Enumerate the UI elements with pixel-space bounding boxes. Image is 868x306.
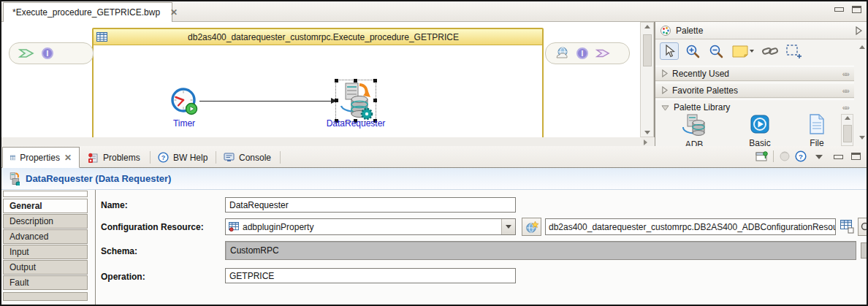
process-canvas[interactable]: db2as400_datarequester_customrpc.Execute… (1, 22, 655, 137)
scroll-up-icon[interactable] (845, 116, 850, 120)
combo-dropdown-button[interactable] (501, 219, 515, 234)
palette-section-recently-used[interactable]: Recently Used «» (655, 66, 854, 81)
divider (773, 150, 774, 162)
scrollbar-thumb[interactable] (643, 34, 652, 66)
palette-section-favorite-palettes[interactable]: Favorite Palettes «» (655, 83, 854, 98)
minimize-icon[interactable] (834, 7, 844, 12)
palette-section-palette-library[interactable]: Palette Library «» (655, 99, 854, 115)
note-tool-button[interactable] (730, 42, 756, 60)
basic-icon (750, 114, 770, 134)
tab-properties[interactable]: Properties ✕ (2, 147, 80, 168)
palette-scroll-down-icon[interactable] (859, 136, 865, 139)
help-icon: ? (158, 152, 169, 163)
scroll-up-icon[interactable] (644, 25, 650, 28)
configuration-resource-combo[interactable]: adbpluginProperty (225, 218, 516, 235)
timer-activity-icon[interactable] (169, 86, 199, 118)
schema-field: CustomRPC (225, 241, 856, 260)
name-input[interactable] (225, 197, 516, 213)
side-tab-input[interactable]: Input (3, 245, 88, 259)
tab-problems[interactable]: Problems (80, 147, 151, 168)
palette-section-label: Favorite Palettes (672, 85, 738, 96)
scroll-down-icon[interactable] (644, 131, 650, 134)
tab-bw-help[interactable]: ? BW Help (151, 147, 216, 168)
properties-header: DataRequester (Data Requester) (1, 168, 867, 190)
view-menu-icon[interactable] (815, 155, 823, 159)
name-label: Name: (101, 200, 128, 210)
palette-section-label: Recently Used (672, 69, 729, 79)
zoom-out-icon (709, 44, 723, 58)
info-icon[interactable]: I (42, 47, 53, 59)
side-tab-fault[interactable]: Fault (3, 275, 88, 290)
canvas-left-toolbar: I (9, 42, 94, 64)
side-tab-description[interactable]: Description (3, 214, 88, 229)
link-icon (762, 45, 778, 57)
process-table-icon (96, 32, 107, 42)
browse-resource-button[interactable] (858, 218, 868, 236)
maximize-icon[interactable] (852, 6, 861, 13)
selection-handle[interactable] (373, 99, 377, 102)
palette-item-basic[interactable]: Basic (734, 114, 785, 148)
chevron-down-icon (506, 225, 511, 229)
create-resource-button[interactable] (522, 218, 541, 236)
maximize-view-icon[interactable] (851, 153, 861, 160)
pin-icon[interactable]: «» (842, 86, 848, 95)
selection-handle[interactable] (373, 79, 377, 83)
pin-icon[interactable]: «» (842, 69, 848, 78)
file-icon (808, 114, 826, 134)
palette-collapse-icon[interactable] (855, 26, 862, 35)
close-icon[interactable]: ✕ (64, 153, 72, 163)
new-resource-globe-icon (525, 221, 538, 234)
process-header[interactable]: db2as400_datarequester_customrpc.Execute… (94, 29, 542, 45)
palette-toolbar (655, 39, 867, 63)
palette-items-scrollbar[interactable] (841, 114, 853, 146)
scrollbar-thumb[interactable] (843, 125, 852, 142)
activity-label[interactable]: Timer (164, 118, 205, 129)
schema-value: CustomRPC (230, 245, 279, 256)
side-tab-output[interactable]: Output (3, 260, 88, 275)
configuration-resource-path-field[interactable]: db2as400_datarequester_customrpc.DB2AS40… (545, 218, 836, 235)
schema-side-button[interactable] (861, 242, 868, 259)
pin-icon[interactable]: «» (842, 103, 848, 112)
marquee-tool-button[interactable] (784, 42, 803, 60)
operation-input[interactable] (225, 268, 516, 283)
side-tab-general[interactable]: General (3, 199, 88, 213)
console-icon (224, 153, 235, 162)
selection-handle[interactable] (354, 79, 357, 83)
selection-handle[interactable] (335, 99, 338, 102)
transition-line[interactable] (199, 101, 332, 102)
chevron-down-icon (750, 50, 754, 53)
selection-handle[interactable] (335, 79, 338, 83)
canvas-scrollbar[interactable] (640, 22, 654, 137)
editor-tab-active[interactable]: *Execute_procedure_GETPRICE.bwp ✕ (3, 2, 172, 22)
view-help-icon[interactable]: ? (795, 150, 807, 162)
disabled-tool-icon (778, 150, 791, 162)
tab-console[interactable]: Console (216, 147, 281, 168)
divider (655, 22, 655, 146)
datarequester-activity[interactable] (336, 80, 376, 121)
start-event-icon[interactable] (18, 47, 34, 59)
palette-item-adb[interactable]: ADB (669, 114, 720, 150)
link-tool-button[interactable] (761, 42, 780, 60)
info-icon[interactable]: I (576, 47, 588, 59)
canvas-hscroll-right-icon[interactable] (644, 139, 647, 145)
side-tab-advanced[interactable]: Advanced (3, 229, 88, 244)
palette-section-label: Palette Library (674, 102, 730, 112)
bw-studio-window: *Execute_procedure_GETPRICE.bwp ✕ db2as4… (0, 0, 868, 306)
web-service-icon[interactable] (555, 47, 569, 60)
palette-scroll-up-icon[interactable] (859, 45, 865, 49)
end-event-icon[interactable] (595, 47, 610, 59)
palette-item-file[interactable]: File (791, 114, 842, 148)
minimize-view-icon[interactable] (834, 155, 843, 159)
datarequester-small-icon (7, 172, 20, 185)
tab-label: BW Help (173, 153, 208, 163)
zoom-in-button[interactable] (683, 42, 702, 60)
palette-header[interactable]: Palette (655, 22, 867, 39)
zoom-out-button[interactable] (707, 42, 726, 60)
divider (95, 190, 96, 305)
pin-view-icon[interactable] (755, 150, 769, 162)
select-tool-button[interactable] (660, 42, 679, 60)
pick-resource-icon[interactable] (840, 220, 855, 234)
close-icon[interactable]: ✕ (170, 7, 178, 18)
canvas-bottom-strip (1, 137, 640, 146)
activity-label[interactable]: DataRequester (316, 118, 396, 129)
